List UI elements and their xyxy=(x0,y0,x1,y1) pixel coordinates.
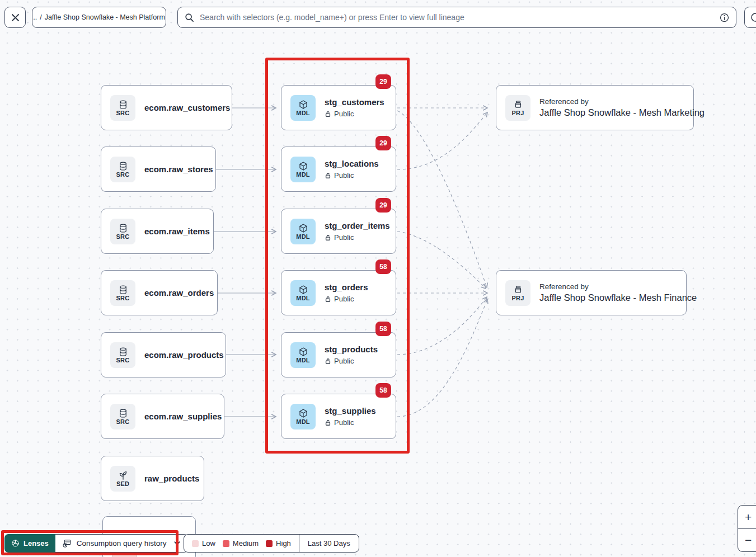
database-icon xyxy=(118,285,128,295)
database-icon xyxy=(118,100,128,110)
model-node-stg_order_items[interactable]: 29 MDL stg_order_items Public xyxy=(281,209,396,254)
project-box-icon xyxy=(513,285,523,295)
model-node-stg_products[interactable]: 58 MDL stg_products Public xyxy=(281,332,396,377)
project-icon-box: PRJ xyxy=(505,280,530,306)
project-box-icon xyxy=(513,100,523,110)
resource-type-label: SRC xyxy=(116,418,130,425)
model-node-stg_supplies[interactable]: 58 MDL stg_supplies Public xyxy=(281,394,396,439)
model-node-stg_locations[interactable]: 29 MDL stg_locations Public xyxy=(281,147,396,192)
database-icon xyxy=(118,347,128,357)
resource-type-label: SRC xyxy=(116,110,130,116)
node-title: ecom.raw_orders xyxy=(144,288,214,298)
model-icon-box: MDL xyxy=(290,280,316,306)
node-title: stg_orders xyxy=(325,282,368,292)
referenced-project-node-1[interactable]: PRJ Referenced by Jaffle Shop Snowflake … xyxy=(496,270,687,315)
close-lineage-button[interactable] xyxy=(4,7,26,28)
model-cube-icon xyxy=(298,347,308,357)
topbar-partial-button[interactable] xyxy=(744,7,756,28)
source-node-ecom.raw_stores[interactable]: SRC ecom.raw_stores xyxy=(101,147,216,192)
usage-count-badge: 58 xyxy=(375,383,391,398)
lineage-search[interactable]: Search with selectors (e.g. model_name+)… xyxy=(177,7,736,28)
breadcrumb-back[interactable]: .. xyxy=(33,13,37,21)
lenses-toolbar: Lenses Consumption query history xyxy=(4,534,188,553)
lineage-canvas[interactable]: SRC ecom.raw_customers SRC ecom.raw_stor… xyxy=(0,0,756,557)
node-title: ecom.raw_supplies xyxy=(144,412,222,421)
model-node-stg_customers[interactable]: 29 MDL stg_customers Public xyxy=(281,85,396,130)
resource-type-label: SED xyxy=(116,480,129,487)
lens-selected-label: Consumption query history xyxy=(77,539,167,547)
node-title: stg_order_items xyxy=(325,221,390,230)
usage-count-badge: 29 xyxy=(375,198,391,213)
zoom-out-button[interactable]: − xyxy=(738,528,756,551)
project-icon-box: PRJ xyxy=(505,95,530,121)
unlock-icon xyxy=(325,419,331,426)
model-icon-box: MDL xyxy=(290,404,316,429)
source-icon-box: SRC xyxy=(110,404,135,429)
resource-type-label: MDL xyxy=(296,295,309,301)
usage-count-badge: 29 xyxy=(375,136,391,150)
resource-type-label: MDL xyxy=(296,233,309,240)
resource-type-label: MDL xyxy=(296,171,309,178)
zoom-in-button[interactable]: + xyxy=(738,506,756,528)
node-title: stg_locations xyxy=(325,159,379,168)
model-cube-icon xyxy=(298,285,308,295)
source-node-ecom.raw_supplies[interactable]: SRC ecom.raw_supplies xyxy=(101,394,224,439)
source-icon-box: SRC xyxy=(110,157,135,182)
usage-count-badge: 58 xyxy=(375,322,391,336)
resource-type-label: MDL xyxy=(296,110,309,116)
node-title: raw_products xyxy=(144,474,199,483)
lenses-button-label: Lenses xyxy=(24,539,49,547)
node-title: ecom.raw_products xyxy=(144,350,224,360)
model-node-stg_orders[interactable]: 58 MDL stg_orders Public xyxy=(281,270,396,315)
breadcrumb[interactable]: .. / Jaffle Shop Snowflake - Mesh Platfo… xyxy=(32,7,166,28)
referenced-project-node-0[interactable]: PRJ Referenced by Jaffle Shop Snowflake … xyxy=(496,85,694,130)
source-node-ecom.raw_products[interactable]: SRC ecom.raw_products xyxy=(101,332,226,377)
legend-label-high: High xyxy=(276,539,291,547)
model-cube-icon xyxy=(298,408,308,418)
legend-time-range[interactable]: Last 30 Days xyxy=(299,535,359,552)
legend-item-low: Low xyxy=(192,539,215,547)
node-title: stg_products xyxy=(325,344,378,354)
source-node-ecom.raw_customers[interactable]: SRC ecom.raw_customers xyxy=(101,85,232,130)
source-node-ecom.raw_orders[interactable]: SRC ecom.raw_orders xyxy=(101,270,218,315)
access-row: Public xyxy=(325,110,384,118)
lens-selector-dropdown[interactable]: Consumption query history xyxy=(55,534,189,553)
chevron-down-icon xyxy=(173,540,181,547)
unlock-icon xyxy=(325,358,331,365)
source-icon-box: SRC xyxy=(110,219,135,244)
model-icon-box: MDL xyxy=(290,95,316,121)
zoom-controls: + − xyxy=(738,505,756,552)
access-label: Public xyxy=(334,418,354,427)
referenced-by-label: Referenced by xyxy=(539,282,697,291)
info-icon[interactable] xyxy=(720,13,729,22)
resource-type-label: SRC xyxy=(116,357,130,364)
usage-count-badge: 29 xyxy=(375,74,391,89)
access-label: Public xyxy=(334,357,354,365)
node-title: stg_customers xyxy=(325,97,384,107)
lenses-button[interactable]: Lenses xyxy=(4,534,55,553)
model-cube-icon xyxy=(298,161,308,171)
consumption-legend: Low Medium High Last 30 Days xyxy=(184,534,359,553)
resource-type-label: MDL xyxy=(296,418,309,425)
legend-swatch-medium xyxy=(223,540,229,547)
source-node-ecom.raw_items[interactable]: SRC ecom.raw_items xyxy=(101,209,214,254)
access-label: Public xyxy=(334,171,354,180)
search-placeholder[interactable]: Search with selectors (e.g. model_name+)… xyxy=(200,13,714,22)
seed-node-raw_products[interactable]: SED raw_products xyxy=(101,456,204,501)
close-icon xyxy=(11,13,20,22)
legend-label-low: Low xyxy=(202,539,215,547)
model-cube-icon xyxy=(298,223,308,233)
model-icon-box: MDL xyxy=(290,219,316,244)
query-history-icon xyxy=(62,539,72,548)
database-icon xyxy=(118,223,128,233)
breadcrumb-separator: / xyxy=(40,13,41,21)
resource-type-label: MDL xyxy=(296,357,309,364)
node-title: Jaffle Shop Snowflake - Mesh Finance xyxy=(539,292,697,303)
model-cube-icon xyxy=(298,100,308,110)
breadcrumb-project-label: Jaffle Shop Snowflake - Mesh Platform xyxy=(45,13,165,21)
database-icon xyxy=(118,161,128,171)
access-label: Public xyxy=(334,233,354,242)
access-label: Public xyxy=(334,110,354,118)
node-title: ecom.raw_customers xyxy=(144,103,230,112)
resource-type-label: SRC xyxy=(116,295,130,301)
